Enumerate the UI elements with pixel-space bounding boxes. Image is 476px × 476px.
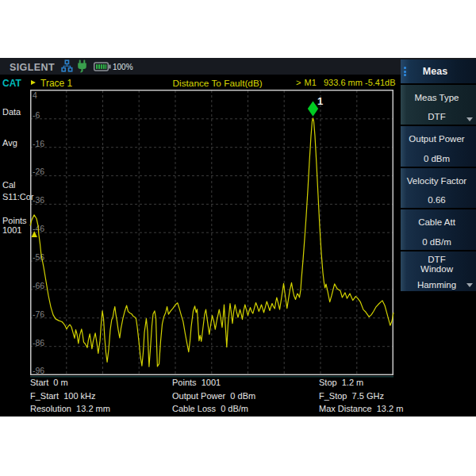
svg-text:-76: -76 [33,309,44,319]
svg-text:-96: -96 [33,366,44,375]
svg-text:-26: -26 [33,167,44,176]
svg-text:-6: -6 [33,110,40,120]
svg-text:4: 4 [33,90,37,100]
svg-text:1: 1 [317,95,323,107]
svg-text:-16: -16 [33,139,44,148]
svg-text:-56: -56 [33,252,44,262]
svg-text:-36: -36 [33,195,44,205]
svg-text:-86: -86 [33,338,44,347]
svg-text:-66: -66 [33,281,44,290]
